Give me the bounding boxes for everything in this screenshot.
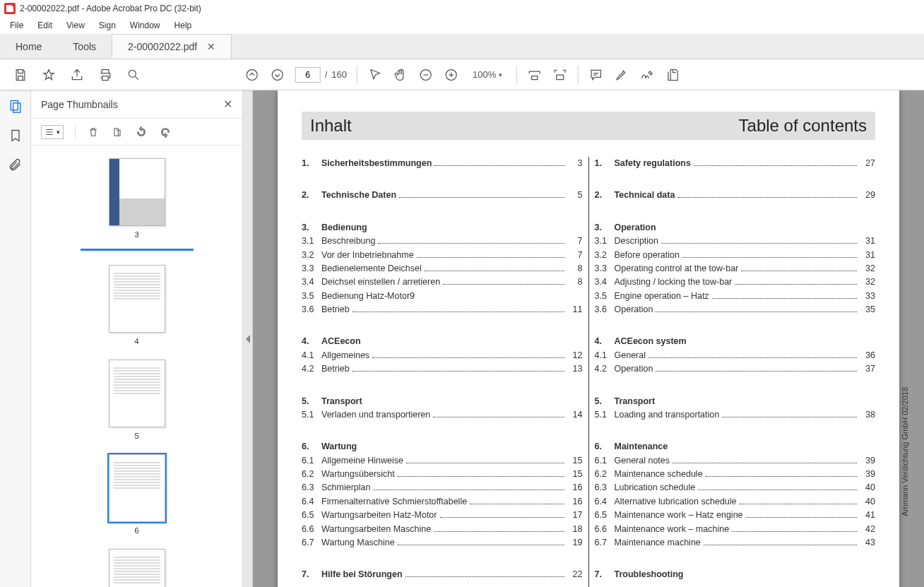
- toc-entry: 5.1Loading and transportation38: [595, 408, 876, 422]
- chevron-down-icon: ▾: [499, 71, 502, 78]
- toc-title-left: Inhalt: [310, 116, 352, 136]
- thumbnail-page-4[interactable]: 4: [109, 265, 165, 345]
- thumbnails-icon[interactable]: [7, 97, 24, 114]
- toc-header: Inhalt Table of contents: [302, 112, 875, 140]
- tab-close-icon[interactable]: ✕: [207, 41, 215, 52]
- thumb-insert-icon[interactable]: [111, 126, 124, 138]
- toc-entry: 3.5Bedienung Hatz-Motor9: [302, 290, 583, 303]
- hand-icon[interactable]: [393, 67, 408, 83]
- toc-entry: 6.7Wartung Maschine19: [302, 536, 583, 550]
- menu-view[interactable]: View: [61, 19, 90, 32]
- separator: [516, 66, 516, 84]
- toc-entry: 6.2Maintenance schedule39: [595, 468, 876, 481]
- save-icon[interactable]: [13, 67, 28, 83]
- toc-entry: 3.4Deichsel einstellen / arretieren8: [302, 275, 583, 289]
- pointer-icon[interactable]: [367, 67, 383, 83]
- page-total: 160: [331, 69, 347, 80]
- thumbnail-page-7[interactable]: 7: [109, 549, 165, 587]
- separator: [357, 66, 357, 84]
- toc-heading: 3.Bedienung: [302, 221, 583, 235]
- rotate-cw-icon[interactable]: [159, 126, 172, 138]
- delete-icon[interactable]: [87, 126, 100, 138]
- tab-bar: Home Tools 2-00002022.pdf ✕: [0, 34, 924, 59]
- fit-page-icon[interactable]: [552, 67, 567, 83]
- menu-window[interactable]: Window: [124, 19, 166, 32]
- sign-icon[interactable]: [639, 67, 654, 83]
- tab-home[interactable]: Home: [0, 34, 57, 59]
- thumbnail-label: 5: [134, 432, 138, 440]
- zoom-in-icon[interactable]: [444, 67, 459, 83]
- document-view[interactable]: Inhalt Table of contents 1.Sicherheitsbe…: [253, 90, 924, 587]
- tab-document-label: 2-00002022.pdf: [128, 41, 197, 52]
- toc-entry: 6.3Schmierplan16: [302, 481, 583, 494]
- toc-heading: 1.Sicherheitsbestimmungen3: [302, 157, 583, 170]
- panel-collapse-handle[interactable]: [243, 90, 253, 587]
- thumb-options[interactable]: ▾: [41, 125, 64, 139]
- thumbnail-label: 6: [134, 526, 138, 535]
- page-up-icon[interactable]: [244, 67, 260, 83]
- toc-entry: 6.6Maintenance work – machine42: [595, 523, 876, 536]
- window-title: 2-00002022.pdf - Adobe Acrobat Pro DC (3…: [20, 4, 201, 13]
- toc-heading: 6.Maintenance: [595, 440, 876, 453]
- toc-entry: 3.1Description31: [595, 235, 876, 248]
- menu-file[interactable]: File: [4, 19, 29, 32]
- toc-column-de: 1.Sicherheitsbestimmungen32.Technische D…: [302, 157, 589, 587]
- page-number-input[interactable]: [295, 67, 321, 83]
- highlight-icon[interactable]: [613, 67, 629, 83]
- toc-entry: 5.1Verladen und transportieren14: [302, 408, 583, 422]
- zoom-level[interactable]: 100%▾: [469, 67, 506, 82]
- toc-heading: 4.ACEecon: [302, 335, 583, 348]
- chevron-left-icon: [246, 335, 250, 343]
- more-tools-icon[interactable]: [664, 67, 680, 83]
- toc-entry: 3.3Bedienelemente Deichsel8: [302, 262, 583, 275]
- find-icon[interactable]: [126, 67, 141, 83]
- menu-edit[interactable]: Edit: [32, 19, 58, 32]
- svg-rect-6: [13, 103, 20, 112]
- toc-heading: 7.Troubleshooting: [595, 568, 876, 581]
- thumbnail-label: 4: [134, 337, 138, 345]
- zoom-out-icon[interactable]: [418, 67, 434, 83]
- toc-entry: 6.7Maintenance machine43: [595, 536, 876, 550]
- app-icon: [4, 3, 16, 14]
- panel-title: Page Thumbnails: [41, 99, 118, 110]
- page-footer-rotated: Ammann Verdichtung GmbH 02/2018: [901, 387, 909, 516]
- nav-rail: [0, 90, 31, 587]
- print-icon[interactable]: [97, 67, 113, 83]
- bookmark-icon[interactable]: [7, 127, 24, 144]
- toc-entry: 3.4Adjusting / locking the tow-bar32: [595, 275, 876, 289]
- attachment-icon[interactable]: [7, 157, 24, 174]
- rotate-ccw-icon[interactable]: [135, 126, 148, 138]
- tab-document[interactable]: 2-00002022.pdf ✕: [112, 34, 232, 59]
- svg-point-1: [247, 69, 257, 80]
- page-indicator: / 160: [295, 67, 347, 83]
- toc-column-en: 1.Safety regulations272.Technical data29…: [589, 157, 876, 587]
- toc-entry: 3.6Betrieb11: [302, 303, 583, 316]
- panel-close-icon[interactable]: ✕: [223, 97, 232, 111]
- fit-width-icon[interactable]: [526, 67, 542, 83]
- menu-sign[interactable]: Sign: [93, 19, 122, 32]
- svg-rect-5: [11, 101, 18, 110]
- thumbnail-list[interactable]: 34567: [31, 146, 242, 587]
- thumbnail-page-3[interactable]: 3: [81, 158, 194, 251]
- menu-help[interactable]: Help: [169, 19, 198, 32]
- toc-entry: 3.5Engine operation – Hatz33: [595, 290, 876, 303]
- thumbnail-page-6[interactable]: 6: [109, 454, 165, 535]
- toc-entry: 6.2Wartungsübersicht15: [302, 468, 583, 481]
- thumbnail-page-5[interactable]: 5: [109, 360, 165, 440]
- share-icon[interactable]: [69, 67, 85, 83]
- toc-entry: 6.4Firmenalternative Schmierstofftabelle…: [302, 495, 583, 509]
- comment-icon[interactable]: [588, 67, 603, 83]
- toc-entry: 6.1General notes39: [595, 454, 876, 468]
- toc-entry: 4.1Allgemeines12: [302, 349, 583, 362]
- window-titlebar: 2-00002022.pdf - Adobe Acrobat Pro DC (3…: [0, 0, 924, 17]
- toc-entry: 6.6Wartungsarbeiten Maschine18: [302, 523, 583, 536]
- toc-entry: 4.2Betrieb13: [302, 362, 583, 376]
- toc-heading: 7.Hilfe bei Störungen22: [302, 568, 583, 581]
- page-down-icon[interactable]: [270, 67, 285, 83]
- star-icon[interactable]: [41, 67, 57, 83]
- toc-entry: 4.2Operation37: [595, 362, 876, 376]
- toc-heading: 4.ACEecon system: [595, 335, 876, 348]
- toc-heading: 5.Transport: [595, 395, 876, 408]
- toc-heading: 5.Transport: [302, 395, 583, 408]
- tab-tools[interactable]: Tools: [57, 34, 112, 59]
